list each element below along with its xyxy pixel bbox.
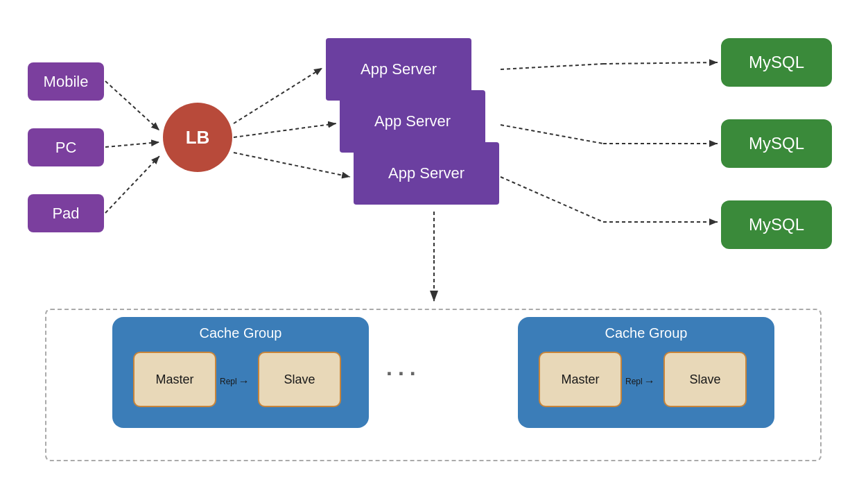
svg-line-12: [501, 177, 603, 222]
svg-line-3: [105, 142, 159, 147]
cache-slave-1: Slave: [258, 352, 341, 407]
mysql-1: MySQL: [721, 38, 832, 87]
client-pc: PC: [28, 128, 104, 166]
cache-slave-2: Slave: [663, 352, 747, 407]
cache-group-2: Cache Group Master Repl → Slave: [518, 317, 774, 428]
svg-line-9: [603, 62, 718, 64]
svg-line-6: [234, 123, 336, 137]
lb-node: LB: [163, 103, 232, 172]
client-mobile: Mobile: [28, 62, 104, 101]
diagram-container: Mobile PC Pad LB App Server App Server A…: [0, 0, 868, 489]
cache-group-2-title: Cache Group: [518, 325, 774, 341]
svg-line-4: [105, 156, 159, 213]
cache-group-1: Cache Group Master Repl → Slave: [112, 317, 369, 428]
cache-master-1: Master: [133, 352, 216, 407]
repl-arrow-2: Repl →: [625, 375, 655, 388]
repl-arrow-1: Repl →: [220, 375, 250, 388]
cache-dots: ...: [386, 355, 422, 381]
cache-group-1-title: Cache Group: [112, 325, 369, 341]
svg-line-7: [234, 153, 350, 177]
svg-line-10: [501, 125, 603, 144]
cache-section-border: Cache Group Master Repl → Slave ... Cach…: [45, 309, 822, 461]
mysql-3: MySQL: [721, 200, 832, 249]
cache-master-2: Master: [539, 352, 622, 407]
client-pad: Pad: [28, 194, 104, 232]
svg-line-8: [501, 64, 603, 69]
app-server-1: App Server: [326, 38, 471, 101]
mysql-2: MySQL: [721, 119, 832, 168]
svg-line-2: [105, 81, 159, 130]
svg-line-5: [234, 68, 322, 123]
